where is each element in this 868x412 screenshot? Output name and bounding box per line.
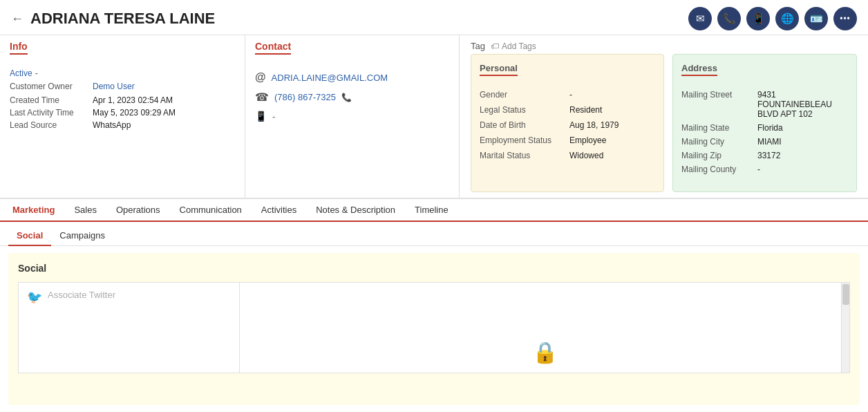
- phone-verify-icon: 📞: [341, 93, 352, 102]
- email-icon: @: [255, 71, 266, 84]
- top-bar-left: ← ADRIANA TERESA LAINE: [11, 10, 215, 28]
- state-label: Mailing State: [681, 123, 757, 133]
- legal-status-label: Legal Status: [480, 105, 569, 115]
- state-row: Mailing State Florida: [681, 123, 848, 133]
- county-row: Mailing County -: [681, 165, 848, 174]
- legal-status-value: Resident: [569, 105, 602, 115]
- status-sep: -: [35, 68, 38, 78]
- dob-value: Aug 18, 1979: [569, 120, 619, 130]
- tab-timeline[interactable]: Timeline: [405, 199, 458, 221]
- dob-label: Date of Birth: [480, 120, 569, 130]
- lead-source-value: WhatsApp: [93, 120, 131, 130]
- phone-value: (786) 867-7325: [274, 92, 336, 102]
- legal-status-row: Legal Status Resident: [480, 105, 655, 115]
- status-row: Active -: [10, 68, 235, 78]
- city-label: Mailing City: [681, 137, 757, 147]
- tag-icon: 🏷: [491, 41, 499, 51]
- tabs-nav: Marketing Sales Operations Communication…: [0, 199, 868, 222]
- twitter-icon: 🐦: [27, 290, 42, 305]
- marital-row: Marital Status Widowed: [480, 151, 655, 160]
- social-content-area: Social 🐦 Associate Twitter 🔒: [8, 253, 860, 405]
- tab-marketing[interactable]: Marketing: [3, 199, 64, 222]
- tab-operations[interactable]: Operations: [106, 199, 170, 221]
- scroll-thumb[interactable]: [842, 284, 849, 305]
- gender-value: -: [569, 90, 572, 100]
- info-section-label: Info: [10, 41, 28, 55]
- back-button[interactable]: ←: [11, 12, 23, 26]
- sub-tabs-nav: Social Campaigns: [0, 222, 868, 246]
- address-box: Address Mailing Street 9431 FOUNTAINEBLE…: [672, 54, 857, 192]
- sub-tab-campaigns[interactable]: Campaigns: [51, 226, 113, 245]
- scroll-bar[interactable]: [841, 283, 849, 373]
- add-tags-button[interactable]: 🏷 Add Tags: [491, 41, 536, 51]
- county-label: Mailing County: [681, 165, 757, 174]
- zip-value: 33172: [757, 151, 780, 160]
- customer-owner-row: Customer Owner Demo User: [10, 82, 235, 91]
- created-time-value: Apr 1, 2023 02:54 AM: [93, 95, 173, 105]
- contact-section-label: Contact: [255, 41, 291, 55]
- personal-box: Personal Gender - Legal Status Resident …: [471, 54, 664, 192]
- sub-tab-social[interactable]: Social: [8, 226, 51, 246]
- created-time-row: Created Time Apr 1, 2023 02:54 AM: [10, 95, 235, 105]
- status-value: Active: [10, 68, 32, 78]
- phone-action-button[interactable]: 📞: [717, 7, 741, 30]
- social-feed-area: 🔒: [240, 283, 849, 373]
- last-activity-row: Last Activity Time May 5, 2023 09:29 AM: [10, 108, 235, 118]
- right-content: Tag 🏷 Add Tags Personal Gender -: [460, 35, 868, 198]
- more-actions-button[interactable]: •••: [833, 7, 857, 30]
- city-value: MIAMI: [757, 137, 782, 147]
- county-value: -: [757, 165, 760, 174]
- twitter-column[interactable]: 🐦 Associate Twitter: [19, 283, 240, 373]
- globe-action-button[interactable]: 🌐: [775, 7, 799, 30]
- marital-value: Widowed: [569, 151, 603, 160]
- content-row: Info Active - Customer Owner Demo User C…: [0, 35, 868, 198]
- contact-panel: Contact @ ADRIA.LAINE@GMAIL.COM ☎ (786) …: [245, 35, 460, 198]
- zip-row: Mailing Zip 33172: [681, 151, 848, 160]
- card-action-button[interactable]: 🪪: [804, 7, 828, 30]
- info-panel: Info Active - Customer Owner Demo User C…: [0, 35, 245, 198]
- employment-row: Employment Status Employee: [480, 135, 655, 145]
- lead-source-row: Lead Source WhatsApp: [10, 120, 235, 130]
- last-activity-label: Last Activity Time: [10, 108, 93, 118]
- personal-section-label: Personal: [480, 63, 518, 76]
- lock-placeholder-icon: 🔒: [532, 340, 558, 364]
- gender-row: Gender -: [480, 90, 655, 100]
- phone-row: ☎ (786) 867-7325 📞: [255, 91, 449, 104]
- top-bar: ← ADRIANA TERESA LAINE ✉ 📞 📱 🌐 🪪 •••: [0, 0, 868, 35]
- tag-row: Tag 🏷 Add Tags: [460, 35, 868, 54]
- street-value: 9431 FOUNTAINEBLEAU BLVD APT 102: [757, 90, 848, 119]
- twitter-placeholder: Associate Twitter: [48, 290, 115, 300]
- tab-activities[interactable]: Activities: [252, 199, 306, 221]
- tab-communication[interactable]: Communication: [170, 199, 252, 221]
- mobile-icon: 📱: [255, 111, 267, 122]
- personal-address-row: Personal Gender - Legal Status Resident …: [460, 54, 868, 198]
- mobile-action-button[interactable]: 📱: [746, 7, 770, 30]
- tabs-section: Marketing Sales Operations Communication…: [0, 198, 868, 412]
- page-title: ADRIANA TERESA LAINE: [30, 10, 215, 28]
- email-action-button[interactable]: ✉: [688, 7, 712, 30]
- toolbar: ✉ 📞 📱 🌐 🪪 •••: [688, 7, 857, 30]
- social-inner: 🐦 Associate Twitter 🔒: [18, 282, 850, 373]
- created-time-label: Created Time: [10, 95, 93, 105]
- email-row: @ ADRIA.LAINE@GMAIL.COM: [255, 71, 449, 84]
- marital-label: Marital Status: [480, 151, 569, 160]
- tag-label: Tag: [471, 41, 485, 51]
- email-value: ADRIA.LAINE@GMAIL.COM: [272, 73, 388, 83]
- page-container: ← ADRIANA TERESA LAINE ✉ 📞 📱 🌐 🪪 ••• Inf…: [0, 0, 868, 412]
- city-row: Mailing City MIAMI: [681, 137, 848, 147]
- street-row: Mailing Street 9431 FOUNTAINEBLEAU BLVD …: [681, 90, 848, 119]
- mobile-row: 📱 -: [255, 111, 449, 122]
- address-section-label: Address: [681, 63, 717, 76]
- mobile-value: -: [272, 111, 275, 122]
- employment-label: Employment Status: [480, 135, 569, 145]
- customer-owner-label: Customer Owner: [10, 82, 93, 91]
- tab-sales[interactable]: Sales: [64, 199, 106, 221]
- state-value: Florida: [757, 123, 783, 133]
- add-tags-label: Add Tags: [502, 41, 536, 51]
- tab-notes[interactable]: Notes & Description: [306, 199, 405, 221]
- zip-label: Mailing Zip: [681, 151, 757, 160]
- street-label: Mailing Street: [681, 90, 757, 119]
- last-activity-value: May 5, 2023 09:29 AM: [93, 108, 176, 118]
- gender-label: Gender: [480, 90, 569, 100]
- lead-source-label: Lead Source: [10, 120, 93, 130]
